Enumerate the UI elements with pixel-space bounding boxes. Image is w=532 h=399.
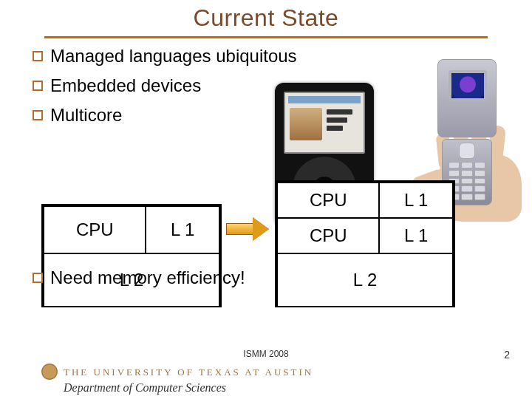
slide: Current State Managed languages ubiquito… [0,0,532,399]
multi-core-diagram: CPU L 1 CPU L 1 L 2 [275,180,455,307]
bullet-text: Multicore [50,105,122,126]
bullet-text: Embedded devices [50,75,201,96]
slide-footer: ISMM 2008 2 THE UNIVERSITY OF TEXAS AT A… [0,344,532,399]
cpu-cell: CPU [277,183,379,218]
bullet-marker-icon [33,110,43,120]
bullet-marker-icon [33,81,43,91]
cpu-cell: CPU [44,206,146,253]
l1-cell: L 1 [146,206,219,253]
ipod-screen [284,92,365,154]
ut-seal-icon [41,364,58,380]
university-wordmark: THE UNIVERSITY OF TEXAS AT AUSTIN [41,365,313,381]
phone-lid [437,59,497,137]
bullet-text: Managed languages ubiquitous [50,46,297,66]
cpu-cell: CPU [277,218,379,253]
title-divider [44,36,488,38]
department-label: Department of Computer Sciences [64,381,226,395]
bullet-marker-icon [33,273,43,283]
l1-cell: L 1 [379,218,453,253]
l1-cell: L 1 [379,183,453,218]
bullet-marker-icon [33,51,43,61]
l2-cell: L 2 [277,253,453,307]
bullet-text: Need memory efficiency! [50,267,245,288]
university-text: THE UNIVERSITY OF TEXAS AT AUSTIN [64,366,313,378]
single-core-diagram: CPU L 1 L 2 [41,204,222,307]
bullet-item-need: Need memory efficiency! [33,267,245,288]
arrow-right-icon [226,219,270,239]
phone-outer-screen [449,70,487,101]
venue-label: ISMM 2008 [243,349,288,359]
slide-title: Current State [0,4,532,32]
page-number: 2 [504,349,510,361]
